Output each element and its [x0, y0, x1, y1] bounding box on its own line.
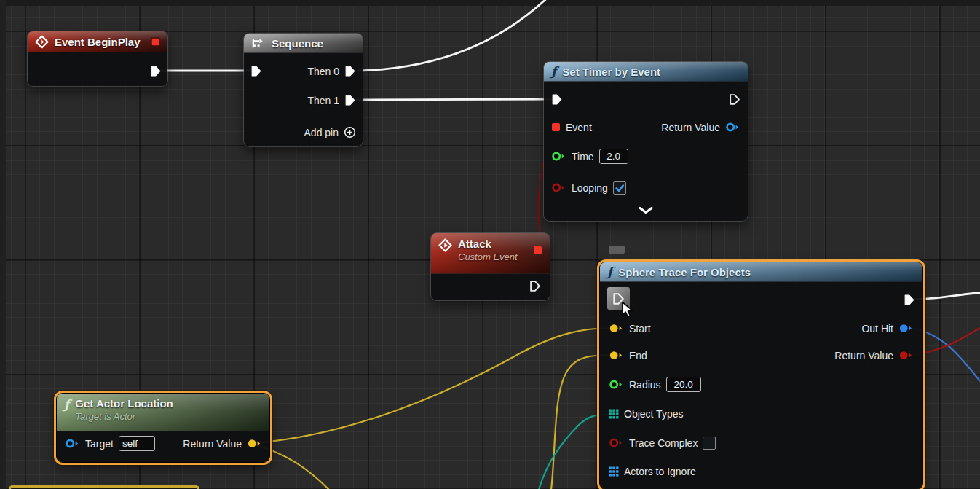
exec-out-row — [729, 93, 740, 106]
time-value-input[interactable] — [599, 149, 628, 164]
node-header[interactable]: Sequence — [244, 34, 363, 53]
target-pin[interactable] — [65, 438, 80, 449]
time-pin-row: Time — [551, 149, 628, 163]
return-value-pin[interactable] — [247, 438, 262, 449]
exec-in-pin[interactable] — [551, 93, 563, 106]
node-event-beginplay[interactable]: Event BeginPlay — [28, 31, 167, 86]
exec-in-row — [551, 93, 563, 106]
node-sequence[interactable]: Sequence Then 0 Then 1 Add pin — [244, 34, 363, 146]
exec-in-row — [250, 64, 262, 78]
expand-chevron-icon[interactable] — [638, 206, 654, 215]
object-types-label: Object Types — [624, 408, 683, 420]
end-label: End — [629, 350, 647, 361]
return-value-row: Return Value — [661, 120, 740, 134]
node-header[interactable]: ƒ Set Timer by Event — [544, 62, 748, 82]
trace-complex-pin[interactable] — [609, 437, 624, 448]
event-label: Event — [566, 122, 592, 133]
node-title: Set Timer by Event — [562, 66, 660, 78]
function-icon: ƒ — [551, 66, 556, 78]
return-value-label: Return Value — [834, 350, 893, 361]
radius-pin[interactable] — [609, 379, 624, 390]
radius-label: Radius — [629, 379, 661, 391]
node-header[interactable]: Event BeginPlay — [28, 31, 167, 52]
add-pin-row[interactable]: Add pin — [304, 125, 356, 139]
return-value-pin[interactable] — [898, 350, 914, 361]
sequence-icon — [251, 38, 266, 49]
actors-to-ignore-array-pin[interactable] — [609, 466, 619, 477]
add-pin-icon[interactable] — [344, 126, 356, 138]
then0-row: Then 0 — [307, 64, 356, 78]
exec-out-row — [904, 293, 915, 307]
radius-value-input[interactable] — [666, 377, 701, 392]
wire-exec-then1-to-settimer[interactable] — [357, 99, 558, 100]
looping-checkbox[interactable] — [613, 181, 626, 195]
wire-vector-location-to-start[interactable] — [256, 328, 612, 443]
wire-exec-then0-offscreen-top[interactable] — [357, 0, 551, 71]
delegate-pin[interactable] — [533, 246, 542, 255]
delegate-pin[interactable] — [151, 37, 160, 47]
out-hit-row: Out Hit — [861, 321, 914, 335]
start-label: Start — [629, 323, 651, 335]
exec-in-pin[interactable] — [250, 65, 262, 77]
add-pin-label: Add pin — [304, 127, 339, 138]
node-title: Event BeginPlay — [55, 36, 141, 48]
node-sphere-trace-for-objects[interactable]: ƒ Sphere Trace For Objects Start Out Hit… — [600, 262, 922, 489]
exec-out-row — [529, 279, 541, 293]
node-attack-custom-event[interactable]: Attack Custom Event — [431, 233, 550, 300]
function-icon: ƒ — [607, 266, 612, 278]
node-title: Attack — [458, 238, 518, 251]
exec-out-row — [150, 64, 162, 78]
radius-pin-row: Radius — [609, 377, 701, 391]
exec-out-pin[interactable] — [729, 93, 740, 106]
node-header[interactable]: ƒ Get Actor Location Target is Actor — [57, 394, 269, 431]
then0-label: Then 0 — [307, 66, 339, 77]
actors-to-ignore-row: Actors to Ignore — [609, 464, 696, 478]
target-label: Target — [85, 438, 114, 450]
time-pin[interactable] — [551, 151, 566, 162]
event-delegate-pin[interactable] — [551, 122, 561, 132]
trace-complex-row: Trace Complex — [609, 436, 716, 450]
trace-complex-checkbox[interactable] — [703, 437, 716, 450]
event-diamond-icon — [438, 238, 452, 252]
return-value-pin[interactable] — [725, 122, 740, 133]
looping-pin-row: Looping — [551, 181, 626, 195]
start-pin-row: Start — [609, 321, 651, 335]
actors-to-ignore-label: Actors to Ignore — [624, 466, 696, 477]
time-label: Time — [572, 151, 594, 163]
exec-out-pin[interactable] — [529, 280, 541, 292]
node-get-actor-location[interactable]: ƒ Get Actor Location Target is Actor Tar… — [57, 394, 269, 462]
exec-out-pin[interactable] — [904, 294, 915, 306]
target-value-input[interactable] — [119, 436, 155, 451]
trace-complex-label: Trace Complex — [629, 437, 698, 449]
exec-out-pin[interactable] — [150, 65, 162, 77]
end-pin[interactable] — [609, 350, 624, 361]
tooltip-artifact — [609, 246, 625, 254]
looping-label: Looping — [572, 182, 608, 194]
return-value-label: Return Value — [661, 122, 720, 133]
node-subtitle: Target is Actor — [75, 411, 173, 423]
object-types-row: Object Types — [609, 407, 683, 420]
checkmark-icon — [615, 183, 625, 193]
start-pin[interactable] — [609, 323, 624, 334]
event-diamond-icon — [35, 35, 49, 49]
node-subtitle: Custom Event — [458, 251, 518, 263]
partial-node-bottom-edge[interactable] — [9, 485, 199, 489]
then1-exec-pin[interactable] — [344, 94, 356, 106]
node-header[interactable]: ƒ Sphere Trace For Objects — [600, 262, 922, 282]
node-header[interactable]: Attack Custom Event — [431, 233, 550, 274]
function-icon: ƒ — [64, 399, 69, 411]
node-set-timer-by-event[interactable]: ƒ Set Timer by Event Event Return Value … — [544, 62, 748, 221]
return-value-row: Return Value — [183, 437, 262, 450]
node-title: Sequence — [272, 37, 323, 50]
target-pin-row: Target — [65, 437, 155, 450]
mouse-cursor — [621, 301, 635, 319]
then0-exec-pin[interactable] — [344, 65, 356, 77]
out-hit-label: Out Hit — [861, 323, 893, 335]
node-title: Sphere Trace For Objects — [618, 266, 751, 278]
blueprint-graph-canvas[interactable]: Event BeginPlay Sequence Then 0 Then 1 — [0, 0, 980, 489]
looping-pin[interactable] — [551, 182, 566, 193]
return-value-row: Return Value — [834, 348, 914, 362]
object-types-array-pin[interactable] — [609, 409, 619, 419]
return-value-label: Return Value — [183, 438, 242, 450]
out-hit-pin[interactable] — [898, 323, 914, 334]
